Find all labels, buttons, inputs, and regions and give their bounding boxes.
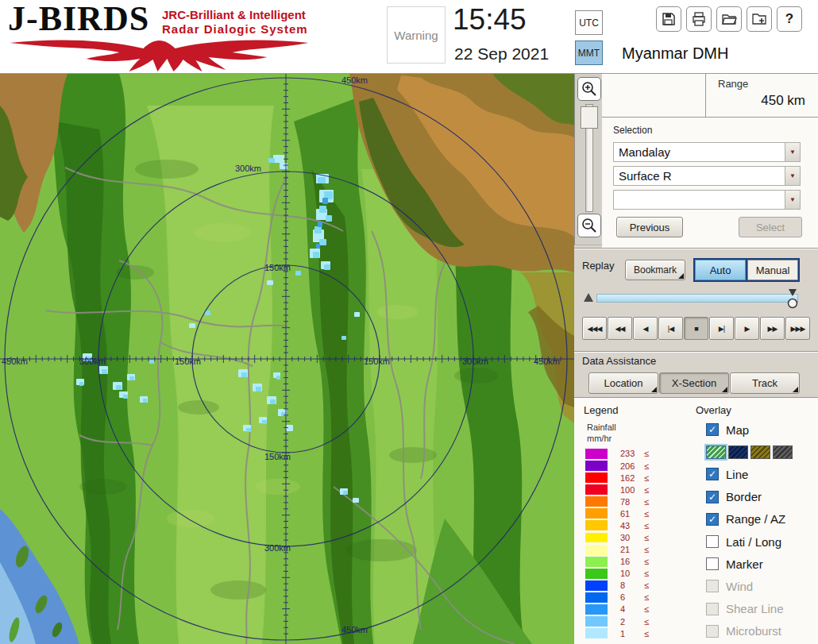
auto-button[interactable]: Auto bbox=[695, 260, 746, 280]
bookmark-label: Bookmark bbox=[634, 264, 677, 276]
range-ring-label: 150km bbox=[264, 263, 291, 272]
zoom-out-icon bbox=[581, 217, 598, 234]
legend-suffix: ≤ bbox=[644, 557, 649, 566]
playback-play-button[interactable]: ▶ bbox=[735, 317, 759, 340]
jbirds-logo: J-BIRDS JRC-Brilliant & Intelligent Rada… bbox=[6, 2, 324, 71]
checkbox-map[interactable]: ✓ bbox=[706, 423, 719, 436]
track-label: Track bbox=[752, 377, 777, 389]
zoom-strip bbox=[574, 74, 603, 245]
print-button[interactable] bbox=[686, 6, 712, 32]
overlay-item-wind[interactable]: Wind bbox=[706, 575, 817, 597]
legend-value: 43 bbox=[620, 521, 644, 530]
map-style-olive-hatch[interactable] bbox=[750, 445, 770, 459]
playback-play-reverse-button[interactable]: ◀ bbox=[633, 317, 658, 340]
legend-value: 78 bbox=[620, 497, 644, 507]
overlay-item-lati-long[interactable]: Lati / Long bbox=[706, 530, 817, 553]
legend-color-swatch bbox=[585, 496, 608, 507]
selection-label: Selection bbox=[613, 125, 652, 136]
radar-svg: 450km300km150km450km300km150km150km300km… bbox=[0, 74, 574, 644]
timeline-track[interactable] bbox=[596, 294, 798, 303]
legend-suffix: ≤ bbox=[644, 569, 649, 578]
overlay-item-label: Shear Line bbox=[726, 602, 784, 615]
legend-row: 30≤ bbox=[585, 533, 673, 543]
overlay-item-map[interactable]: ✓Map bbox=[706, 418, 817, 441]
legend-color-swatch bbox=[585, 461, 608, 471]
location-button[interactable]: Location bbox=[588, 372, 658, 394]
checkbox-range-az[interactable]: ✓ bbox=[706, 513, 719, 526]
x-section-button[interactable]: X-Section bbox=[659, 372, 729, 394]
previous-button[interactable]: Previous bbox=[616, 217, 683, 237]
overlay-item-shear-line[interactable]: Shear Line bbox=[706, 598, 817, 620]
checkbox-border[interactable]: ✓ bbox=[706, 491, 719, 503]
overlay-item-line[interactable]: ✓Line bbox=[706, 463, 817, 485]
data-assistance-panel: Data Assistance Location X-Section Track bbox=[574, 351, 818, 398]
playback-skip-end-button[interactable]: ▶▶▶ bbox=[785, 317, 810, 340]
overlay-item-label: Map bbox=[726, 423, 749, 437]
legend-row: 4≤ bbox=[585, 604, 673, 615]
product-dropdown[interactable]: Surface R ▼ bbox=[613, 166, 801, 186]
checkbox-wind bbox=[706, 580, 719, 592]
checkbox-marker[interactable] bbox=[706, 557, 719, 570]
save-button[interactable] bbox=[656, 6, 681, 32]
overlay-item-range-az[interactable]: ✓Range / AZ bbox=[706, 508, 817, 530]
playback-stop-button[interactable]: ■ bbox=[684, 317, 708, 340]
select-button[interactable]: Select bbox=[739, 217, 802, 237]
replay-panel: Replay Bookmark Auto Manual ◀◀◀◀◀◀|◀■▶|▶… bbox=[574, 248, 818, 352]
range-divider bbox=[705, 74, 706, 117]
playback-step-back-button[interactable]: |◀ bbox=[658, 317, 683, 340]
zoom-out-button[interactable] bbox=[577, 214, 601, 237]
timeline-handle[interactable] bbox=[787, 288, 798, 310]
legend-label: Legend bbox=[584, 404, 618, 416]
manual-button[interactable]: Manual bbox=[747, 260, 798, 280]
map-style-row bbox=[706, 441, 817, 463]
option-dropdown[interactable]: ▼ bbox=[613, 190, 801, 210]
chevron-down-icon[interactable]: ▼ bbox=[785, 191, 800, 209]
export-button[interactable] bbox=[747, 6, 772, 32]
overlay-item-border[interactable]: ✓Border bbox=[706, 486, 817, 508]
zoom-slider-thumb[interactable] bbox=[581, 106, 598, 129]
menu-corner-icon bbox=[651, 387, 657, 392]
playback-fast-forward-button[interactable]: ▶▶ bbox=[760, 317, 785, 340]
overlay-item-label: Line bbox=[726, 468, 748, 481]
legend-suffix: ≤ bbox=[644, 497, 649, 507]
checkbox-microburst bbox=[706, 625, 719, 638]
range-ring-label: 450km bbox=[341, 75, 368, 85]
map-style-gray-hatch[interactable] bbox=[773, 445, 793, 459]
legend-suffix: ≤ bbox=[644, 533, 649, 542]
help-button[interactable]: ? bbox=[777, 6, 802, 32]
legend-suffix: ≤ bbox=[644, 580, 649, 590]
map-style-navy-hatch[interactable] bbox=[728, 445, 748, 459]
open-folder-button[interactable] bbox=[716, 6, 742, 32]
playback-step-forward-button[interactable]: ▶| bbox=[709, 317, 734, 340]
range-ring-label: 150km bbox=[264, 452, 291, 461]
map-style-green-hatch[interactable] bbox=[706, 445, 726, 459]
playback-fast-rewind-button[interactable]: ◀◀ bbox=[608, 317, 632, 340]
track-button[interactable]: Track bbox=[730, 372, 800, 394]
clock-date: 22 Sep 2021 bbox=[454, 44, 549, 64]
radar-map-view[interactable]: 450km300km150km450km300km150km150km300km… bbox=[0, 74, 574, 644]
playback-skip-start-button[interactable]: ◀◀◀ bbox=[582, 317, 607, 340]
legend-row: 21≤ bbox=[585, 545, 673, 555]
legend-color-swatch bbox=[585, 604, 608, 615]
checkbox-lati-long[interactable] bbox=[706, 535, 719, 548]
legend-row: 78≤ bbox=[585, 496, 673, 507]
legend-value: 8 bbox=[620, 580, 644, 590]
zoom-in-button[interactable] bbox=[577, 77, 601, 101]
legend-value: 206 bbox=[620, 461, 644, 471]
chevron-down-icon[interactable]: ▼ bbox=[785, 167, 800, 185]
legend-value: 4 bbox=[620, 604, 644, 614]
bookmark-button[interactable]: Bookmark bbox=[625, 260, 685, 280]
timezone-utc-button[interactable]: UTC bbox=[575, 10, 603, 35]
logo-subtitle-1: JRC-Brilliant & Intelligent bbox=[162, 8, 306, 21]
legend-color-swatch bbox=[585, 545, 608, 555]
checkbox-line[interactable]: ✓ bbox=[706, 468, 719, 480]
timezone-mmt-button[interactable]: MMT bbox=[575, 40, 603, 65]
overlay-item-marker[interactable]: Marker bbox=[706, 553, 817, 575]
chevron-down-icon[interactable]: ▼ bbox=[785, 143, 800, 161]
legend-color-swatch bbox=[585, 592, 608, 603]
site-dropdown[interactable]: Mandalay ▼ bbox=[613, 142, 801, 162]
overlay-item-microburst[interactable]: Microburst bbox=[706, 620, 817, 642]
legend-suffix: ≤ bbox=[644, 509, 649, 519]
print-icon bbox=[691, 11, 707, 27]
logo-subtitle-2: Radar Dialogic System bbox=[162, 22, 308, 36]
